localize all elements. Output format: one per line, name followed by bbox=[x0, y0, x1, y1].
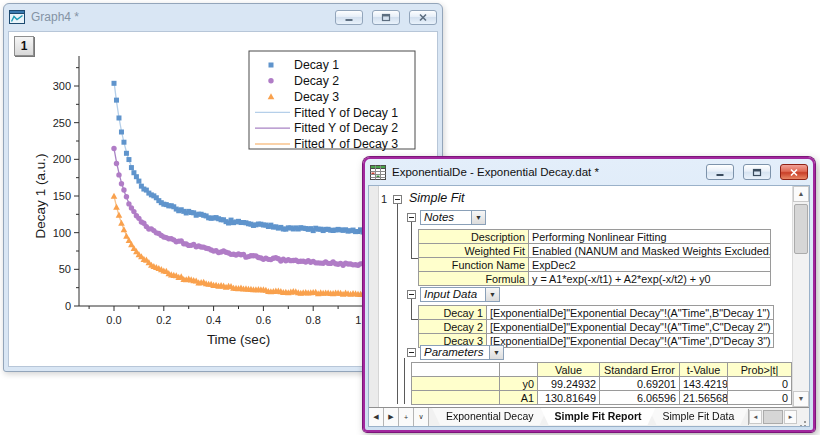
vertical-scroll-thumb[interactable] bbox=[794, 204, 808, 254]
row-header-strip bbox=[369, 186, 379, 407]
scroll-right-button[interactable]: ► bbox=[784, 410, 797, 424]
svg-text:200: 200 bbox=[53, 153, 71, 165]
svg-text:250: 250 bbox=[53, 117, 71, 129]
sheet-list-button[interactable]: ∨ bbox=[414, 408, 429, 426]
close-icon bbox=[418, 13, 428, 22]
parameters-header-cell: t-Value bbox=[680, 363, 728, 377]
report-row: Decay 2[ExponentialDe]"Exponential Decay… bbox=[419, 320, 774, 334]
scroll-left-button[interactable]: ◄ bbox=[749, 410, 762, 424]
report-row-value: y = A1*exp(-x/t1) + A2*exp(-x/t2) + y0 bbox=[529, 272, 771, 286]
graph-window-title: Graph4 * bbox=[31, 10, 326, 24]
svg-text:Fitted Y of Decay 3: Fitted Y of Decay 3 bbox=[294, 137, 398, 151]
tree-guide-params bbox=[404, 358, 405, 404]
worksheet-window-title: ExponentialDe - Exponential Decay.dat * bbox=[392, 166, 697, 178]
tree-guide-input-h bbox=[411, 319, 418, 320]
tree-guide-notes bbox=[411, 222, 412, 258]
parameters-header-cell: Value bbox=[538, 363, 600, 377]
sheet-tab-simple-fit-report[interactable]: Simple Fit Report bbox=[541, 408, 656, 425]
sheet-tab-exponential-decay[interactable]: Exponential Decay bbox=[432, 408, 548, 425]
collapse-input-data-button[interactable] bbox=[407, 290, 416, 299]
collapse-parameters-button[interactable] bbox=[407, 348, 416, 357]
sheet-tab-bar: ◀ ▶ + ∨ Exponential DecaySimple Fit Repo… bbox=[369, 407, 809, 426]
report-row-value: [ExponentialDe]"Exponential Decay"!(A"Ti… bbox=[487, 334, 774, 348]
desktop: Graph4 * 1 0501001502002503000.00.20.40.… bbox=[0, 0, 820, 435]
report-row: Weighted FitEnabled (NANUM and Masked We… bbox=[419, 244, 771, 258]
worksheet-window-titlebar[interactable]: ExponentialDe - Exponential Decay.dat * bbox=[365, 159, 813, 185]
sheet-tab-simple-fit-data[interactable]: Simple Fit Data bbox=[649, 408, 749, 425]
svg-text:Fitted Y of Decay 2: Fitted Y of Decay 2 bbox=[294, 121, 398, 135]
worksheet-body: 1 Simple Fit Notes ▼ DescriptionPerformi… bbox=[368, 185, 810, 427]
minimize-icon bbox=[715, 168, 725, 177]
collapse-notes-button[interactable] bbox=[407, 213, 416, 222]
parameter-name-cell: y0 bbox=[500, 377, 538, 391]
parameter-value-cell: 21.56568 bbox=[680, 391, 728, 405]
parameter-value-cell bbox=[412, 391, 500, 405]
svg-text:0: 0 bbox=[65, 300, 71, 312]
report-row-value: [ExponentialDe]"Exponential Decay"!(A"Ti… bbox=[487, 306, 774, 320]
report-row-value: Performing Nonlinear Fitting bbox=[529, 230, 771, 244]
parameter-value-cell: 99.24932 bbox=[538, 377, 600, 391]
report-row: DescriptionPerforming Nonlinear Fitting bbox=[419, 230, 771, 244]
parameters-header-cell: Prob>|t| bbox=[728, 363, 792, 377]
tree-guide-root bbox=[397, 204, 398, 404]
report-row: Function NameExpDec2 bbox=[419, 258, 771, 272]
horizontal-scrollbar[interactable]: ◄ ► bbox=[748, 409, 797, 425]
report-row-label: Decay 1 bbox=[419, 306, 487, 320]
parameters-table: ValueStandard Errort-ValueProb>|t|y099.2… bbox=[411, 362, 792, 405]
notes-table: DescriptionPerforming Nonlinear FittingW… bbox=[418, 229, 771, 286]
scroll-down-button[interactable]: ▼ bbox=[793, 391, 809, 407]
svg-text:0.6: 0.6 bbox=[256, 314, 271, 326]
notes-dropdown-icon[interactable]: ▼ bbox=[471, 211, 485, 224]
graph-window-titlebar[interactable]: Graph4 * bbox=[4, 4, 442, 30]
svg-text:Decay 3: Decay 3 bbox=[294, 90, 339, 104]
layer-1-button[interactable]: 1 bbox=[14, 36, 34, 56]
vertical-scrollbar[interactable]: ▲ ▼ bbox=[792, 186, 809, 407]
horizontal-scroll-thumb[interactable] bbox=[763, 410, 783, 424]
svg-text:Decay 2: Decay 2 bbox=[294, 74, 339, 88]
parameters-dropdown-icon[interactable]: ▼ bbox=[489, 346, 503, 359]
add-sheet-button[interactable]: + bbox=[399, 408, 414, 426]
svg-text:300: 300 bbox=[53, 80, 71, 92]
simple-fit-report: 1 Simple Fit Notes ▼ DescriptionPerformi… bbox=[379, 186, 792, 407]
scroll-up-button[interactable]: ▲ bbox=[793, 186, 809, 202]
graph-close-button[interactable] bbox=[409, 10, 437, 25]
input-data-dropdown-icon[interactable]: ▼ bbox=[485, 288, 499, 301]
parameter-name-cell: A1 bbox=[500, 391, 538, 405]
parameter-value-cell: 6.06596 bbox=[600, 391, 680, 405]
input-data-table: Decay 1[ExponentialDe]"Exponential Decay… bbox=[418, 305, 774, 348]
collapse-root-button[interactable] bbox=[393, 195, 402, 204]
svg-text:Decay 1 (a.u.): Decay 1 (a.u.) bbox=[33, 154, 48, 239]
tab-scroll-last-button[interactable]: ▶ bbox=[384, 408, 399, 426]
report-row-label: Function Name bbox=[419, 258, 529, 272]
svg-text:Time (sec): Time (sec) bbox=[207, 332, 270, 347]
svg-text:0.2: 0.2 bbox=[156, 314, 171, 326]
notes-section-combo[interactable]: Notes ▼ bbox=[420, 210, 486, 225]
svg-text:100: 100 bbox=[53, 227, 71, 239]
parameters-section-combo[interactable]: Parameters ▼ bbox=[420, 345, 504, 360]
report-row-label: Description bbox=[419, 230, 529, 244]
parameter-value-cell: 0 bbox=[728, 391, 792, 405]
tree-guide-input bbox=[411, 299, 412, 319]
parameters-header-cell: Standard Error bbox=[600, 363, 680, 377]
parameter-value-cell: 0 bbox=[728, 377, 792, 391]
report-row: Formulay = A1*exp(-x/t1) + A2*exp(-x/t2)… bbox=[419, 272, 771, 286]
svg-text:Fitted Y of Decay 1: Fitted Y of Decay 1 bbox=[294, 106, 398, 120]
close-icon bbox=[789, 168, 799, 177]
sheet-close-button[interactable] bbox=[780, 164, 808, 180]
report-row-number: 1 bbox=[381, 193, 387, 205]
restore-icon bbox=[381, 13, 391, 22]
resize-grip[interactable] bbox=[797, 408, 809, 426]
input-data-section-combo[interactable]: Input Data ▼ bbox=[420, 287, 500, 302]
svg-text:0.0: 0.0 bbox=[106, 314, 121, 326]
svg-text:0.4: 0.4 bbox=[206, 314, 221, 326]
svg-text:0.8: 0.8 bbox=[306, 314, 321, 326]
tab-scroll-first-button[interactable]: ◀ bbox=[369, 408, 384, 426]
graph-restore-button[interactable] bbox=[372, 10, 400, 25]
report-row-value: [ExponentialDe]"Exponential Decay"!(A"Ti… bbox=[487, 320, 774, 334]
sheet-minimize-button[interactable] bbox=[706, 164, 734, 180]
sheet-maximize-button[interactable] bbox=[743, 164, 771, 180]
report-row-value: Enabled (NANUM and Masked Weights Exclud… bbox=[529, 244, 771, 258]
graph-minimize-button[interactable] bbox=[335, 10, 363, 25]
minimize-icon bbox=[344, 13, 354, 22]
report-row-label: Weighted Fit bbox=[419, 244, 529, 258]
